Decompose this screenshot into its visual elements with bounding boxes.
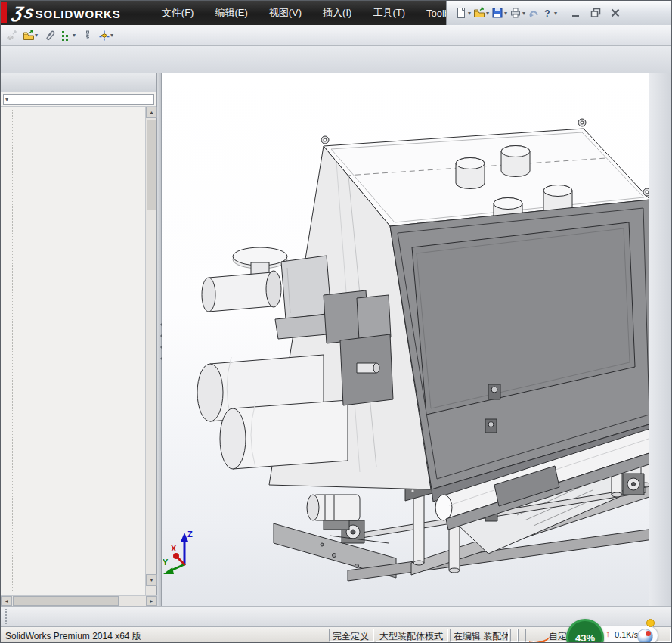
scroll-left-arrow[interactable]: ◄ [1,596,12,606]
toolbar-grip[interactable] [5,609,8,624]
status-mini-cell-1 [510,629,518,642]
move-component-button[interactable]: ▾ [97,29,116,42]
filter-dropdown-icon[interactable]: ▾ [5,96,8,103]
status-fully-defined: 完全定义 [329,629,374,642]
hscroll-thumb[interactable] [13,596,119,606]
menu-edit[interactable]: 编辑(E) [204,6,258,20]
window-buttons [566,5,625,20]
orientation-triad: Z X Y [163,530,193,574]
help-icon[interactable]: ? [541,7,553,19]
print-dropdown[interactable]: ▾ [522,10,525,17]
insert-components-button[interactable] [5,29,20,42]
network-speed: 0.1K/s [615,630,638,639]
move-component-icon [98,30,110,42]
mate-icon [44,30,56,42]
open-document-icon[interactable] [473,7,485,19]
quick-access-toolbar: ▾▾▾▾?▾ [446,1,672,25]
minimize-button[interactable] [566,5,586,20]
svg-text:Z: Z [187,530,193,539]
scroll-up-arrow[interactable]: ▲ [146,107,157,118]
svg-text:X: X [171,544,177,553]
save-dropdown[interactable]: ▾ [504,10,507,17]
menu-tools[interactable]: 工具(T) [362,6,416,20]
status-mini-cell-2 [518,629,525,642]
brand-red-stripe [1,2,7,23]
featuremanager-panel: ▾ ▲ ▼ ◄ ► [1,73,157,606]
tree-filter-input[interactable]: ▾ [3,94,154,105]
linear-component-pattern-icon [60,30,73,42]
assistant-ball-icon[interactable] [637,629,653,643]
save-icon[interactable] [491,7,503,19]
scroll-right-arrow[interactable]: ► [146,596,157,606]
new-document-dropdown[interactable]: ▾ [468,10,471,17]
main-area: ▾ ▲ ▼ ◄ ► [1,73,672,606]
linear-component-pattern-button[interactable]: ▾ [59,29,79,42]
status-large-assembly-mode: 大型装配体模式 [376,629,448,642]
insert-part-from-file-button[interactable]: ▾ [21,29,41,42]
graphics-viewport[interactable]: Z X Y [162,73,649,606]
help-dropdown[interactable]: ▾ [554,10,557,17]
svg-text:Y: Y [163,558,169,567]
new-document-icon[interactable] [455,7,467,19]
mate-button[interactable] [42,29,57,42]
restore-button[interactable] [586,5,605,20]
panel-tab-bar [1,73,156,92]
task-pane-tabs [649,73,672,606]
logo-s: S [23,6,35,22]
feature-tree [1,107,156,595]
undo-icon[interactable] [528,7,540,19]
scroll-thumb[interactable] [147,120,156,210]
insert-part-from-file-icon [23,30,35,42]
upload-arrow-icon: ↑ [605,629,610,639]
move-component-dropdown[interactable]: ▾ [110,32,113,39]
status-editing-assembly: 在编辑 装配体 [450,629,509,642]
smart-fasteners-button[interactable] [80,29,95,42]
scroll-down-arrow[interactable]: ▼ [146,574,157,586]
tree-horizontal-scrollbar[interactable]: ◄ ► [1,595,157,606]
insert-part-from-file-dropdown[interactable]: ▾ [35,32,38,39]
titlebar: Ʒ S SOLIDWORKS 文件(F)编辑(E)视图(V)插入(I)工具(T)… [1,1,672,25]
menu-insert[interactable]: 插入(I) [312,6,362,20]
open-document-dropdown[interactable]: ▾ [486,10,489,17]
notification-badge[interactable] [646,619,655,627]
svg-text:?: ? [544,8,550,19]
linear-component-pattern-dropdown[interactable]: ▾ [73,32,76,39]
print-icon[interactable] [509,7,522,19]
status-message: SolidWorks Premium 2014 x64 版 [5,630,141,643]
menu-view[interactable]: 视图(V) [259,6,312,20]
assembly-model: Z X Y [162,73,649,606]
filter-row: ▾ [1,92,156,107]
solidworks-window: Ʒ S SOLIDWORKS 文件(F)编辑(E)视图(V)插入(I)工具(T)… [0,0,672,643]
assembly-toolbar: ▾▾▾ [1,25,672,46]
app-logo: Ʒ S SOLIDWORKS [13,3,121,23]
logo-text: SOLIDWORKS [35,8,120,20]
command-strip [1,46,672,73]
insert-components-icon [6,30,18,42]
tree-vertical-scrollbar[interactable]: ▲ ▼ [145,107,156,596]
close-button[interactable] [605,5,625,20]
menu-file[interactable]: 文件(F) [151,6,205,20]
smart-fasteners-icon [82,30,94,42]
